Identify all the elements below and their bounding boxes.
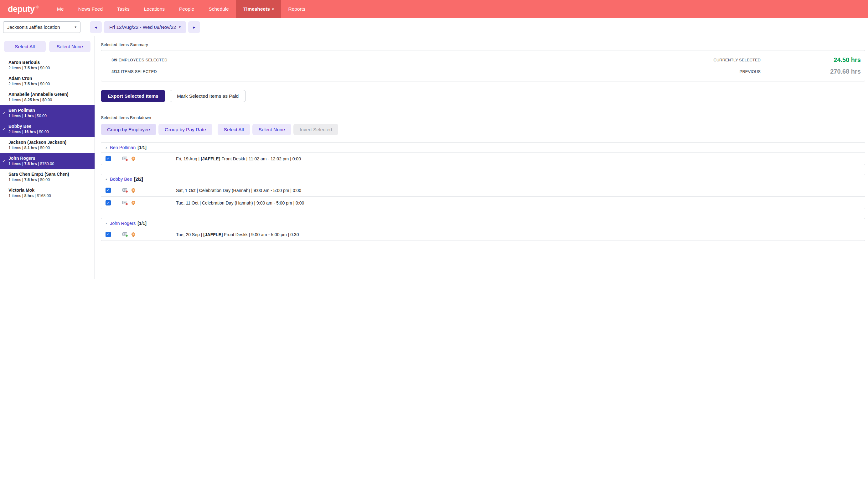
check-icon: ✓	[2, 111, 6, 115]
deputy-wordmark: deputy	[8, 4, 35, 14]
employee-summary: 2 items | 16 hrs | $0.00	[8, 130, 91, 134]
employee-name: Bobby Bee	[8, 124, 91, 129]
breakdown-select-all-button[interactable]: Select All	[218, 124, 250, 135]
location-selector[interactable]: Jackson's Jaffles location ▾	[3, 21, 81, 33]
employee-name: Jackson (Jackson Jackson)	[8, 140, 91, 145]
group-count: [2/2]	[134, 177, 143, 182]
breakdown-groups: ▴ Ben Pollman [1/1] ✓	[101, 142, 865, 241]
collapse-icon[interactable]: ▴	[106, 146, 107, 149]
timesheet-row: ✓ Fri, 19 Aug | [JAFFLE] F	[101, 152, 865, 165]
top-navbar: deputy ✱ Me News Feed Tasks Locations Pe…	[0, 0, 868, 18]
timesheet-group-john-rogers: ▴ John Rogers [1/1] ✓	[101, 218, 865, 241]
mark-selected-items-paid-button[interactable]: Mark Selected Items as Paid	[170, 90, 246, 102]
employee-row-annabelle-green[interactable]: ✓ Annabelle (Annabelle Green) 1 items | …	[0, 89, 94, 105]
paid-stamp-icon	[131, 200, 136, 206]
previous-label: PREVIOUS	[740, 69, 761, 74]
invert-selected-button[interactable]: Invert Selected	[293, 124, 338, 135]
employee-row-bobby-bee[interactable]: ✓ Bobby Bee 2 items | 16 hrs | $0.00	[0, 121, 94, 137]
timesheet-status-icons	[123, 188, 136, 193]
timesheet-row: ✓ Sat, 1 Oct | Celebration	[101, 184, 865, 196]
nav-item-timesheets[interactable]: Timesheets ▾	[236, 0, 281, 18]
employee-row-adam-cron[interactable]: ✓ Adam Cron 2 items | 7.5 hrs | $0.00	[0, 73, 94, 89]
timesheet-row: ✓ Tue, 11 Oct | Celebratio	[101, 196, 865, 209]
employees-selected-count: 3/9EMPLOYEES SELECTED	[111, 58, 714, 62]
paid-stamp-icon	[131, 156, 136, 161]
timesheet-description: Fri, 19 Aug | [JAFFLE] Front Deskk | 11:…	[176, 156, 301, 161]
filters-toolbar: Jackson's Jaffles location ▾ ◂ Fri 12/Au…	[0, 18, 868, 36]
employee-summary: 1 items | 8.25 hrs | $0.00	[8, 98, 91, 102]
employee-row-aaron-berlouis[interactable]: ✓ Aaron Berlouis 2 items | 7.5 hrs | $0.…	[0, 57, 94, 73]
previous-hours: 270.68 hrs	[804, 68, 861, 75]
nav-item-news-feed[interactable]: News Feed	[71, 0, 110, 18]
check-icon: ✓	[2, 159, 6, 164]
money-export-icon	[123, 232, 128, 237]
breakdown-select-none-button[interactable]: Select None	[252, 124, 291, 135]
group-by-pay-rate-button[interactable]: Group by Pay Rate	[158, 124, 212, 135]
nav-item-schedule[interactable]: Schedule	[201, 0, 236, 18]
employee-row-victoria-mok[interactable]: ✓ Victoria Mok 1 items | 8 hrs | $168.00	[0, 185, 94, 201]
timesheet-checkbox[interactable]: ✓	[106, 200, 111, 206]
previous-period-button[interactable]: ◂	[90, 21, 102, 33]
timesheet-group-ben-pollman: ▴ Ben Pollman [1/1] ✓	[101, 142, 865, 165]
employee-name: Sara Chen Emp1 (Sara Chen)	[8, 172, 91, 177]
employee-name: Aaron Berlouis	[8, 60, 91, 65]
deputy-logo[interactable]: deputy ✱	[0, 0, 50, 18]
employee-name: Annabelle (Annabelle Green)	[8, 92, 91, 97]
employee-summary: 2 items | 7.5 hrs | $0.00	[8, 82, 91, 86]
money-export-icon	[123, 188, 128, 193]
currently-selected-hours: 24.50 hrs	[804, 57, 861, 64]
paid-stamp-icon	[131, 188, 136, 193]
employee-summary: 1 items | 8.1 hrs | $0.00	[8, 146, 91, 150]
next-period-button[interactable]: ▸	[188, 21, 200, 33]
collapse-icon[interactable]: ▴	[106, 221, 107, 225]
employee-summary: 1 items | 8 hrs | $168.00	[8, 194, 91, 198]
timesheet-checkbox[interactable]: ✓	[106, 156, 111, 161]
export-selected-items-button[interactable]: Export Selected Items	[101, 90, 165, 102]
timesheet-checkbox[interactable]: ✓	[106, 232, 111, 237]
sidebar-select-all-button[interactable]: Select All	[4, 41, 46, 52]
nav-menu: Me News Feed Tasks Locations People Sche…	[50, 0, 312, 18]
employee-sidebar: Select All Select None ✓ Aaron Berlouis …	[0, 36, 95, 279]
group-employee-link[interactable]: Bobby Bee	[110, 177, 132, 182]
employee-summary: 1 items | 1 hrs | $0.00	[8, 114, 91, 118]
deputy-spark-icon: ✱	[36, 4, 40, 10]
summary-title: Selected Items Summary	[101, 42, 865, 47]
employee-row-ben-pollman[interactable]: ✓ Ben Pollman 1 items | 1 hrs | $0.00	[0, 105, 94, 121]
employee-row-john-rogers[interactable]: ✓ John Rogers 1 items | 7.5 hrs | $750.0…	[0, 153, 94, 169]
employee-row-jackson-jackson[interactable]: ✓ Jackson (Jackson Jackson) 1 items | 8.…	[0, 137, 94, 153]
nav-item-reports[interactable]: Reports	[281, 0, 312, 18]
timesheet-status-icons	[123, 200, 136, 206]
group-count: [1/1]	[137, 145, 147, 150]
employee-summary: 2 items | 7.5 hrs | $0.00	[8, 66, 91, 70]
nav-item-me[interactable]: Me	[50, 0, 71, 18]
timesheet-checkbox[interactable]: ✓	[106, 188, 111, 193]
group-by-employee-button[interactable]: Group by Employee	[101, 124, 156, 135]
date-range-button[interactable]: Fri 12/Aug/22 - Wed 09/Nov/22 ▾	[104, 21, 186, 33]
nav-item-locations[interactable]: Locations	[137, 0, 172, 18]
selected-items-summary-box: 3/9EMPLOYEES SELECTED CURRENTLY SELECTED…	[101, 50, 865, 82]
group-count: [1/1]	[137, 221, 147, 226]
items-selected-count: 4/12ITEMS SELECTED	[111, 69, 740, 74]
employee-summary: 1 items | 7.5 hrs | $0.00	[8, 177, 91, 182]
chevron-right-icon: ▸	[193, 24, 195, 30]
employee-list: ✓ Aaron Berlouis 2 items | 7.5 hrs | $0.…	[0, 57, 94, 201]
employee-row-sara-chen[interactable]: ✓ Sara Chen Emp1 (Sara Chen) 1 items | 7…	[0, 169, 94, 185]
currently-selected-label: CURRENTLY SELECTED	[714, 58, 761, 62]
chevron-left-icon: ◂	[94, 24, 97, 30]
collapse-icon[interactable]: ▴	[106, 177, 107, 181]
timesheet-status-icons	[123, 156, 136, 161]
timesheet-group-bobby-bee: ▴ Bobby Bee [2/2] ✓	[101, 174, 865, 209]
nav-item-people[interactable]: People	[172, 0, 201, 18]
chevron-down-icon: ▾	[179, 25, 181, 29]
chevron-down-icon: ▾	[74, 25, 76, 29]
timesheet-row: ✓ Tue, 20 Sep | [JAFFLE] F	[101, 228, 865, 240]
timesheet-status-icons	[123, 232, 136, 237]
group-employee-link[interactable]: Ben Pollman	[110, 145, 136, 150]
sidebar-select-none-button[interactable]: Select None	[49, 41, 91, 52]
nav-item-tasks[interactable]: Tasks	[110, 0, 137, 18]
money-export-icon	[123, 156, 128, 161]
group-employee-link[interactable]: John Rogers	[110, 221, 136, 226]
timesheet-description: Tue, 11 Oct | Celebration Day (Hannah) |…	[176, 200, 304, 206]
location-selector-value: Jackson's Jaffles location	[7, 24, 74, 30]
employee-name: Adam Cron	[8, 76, 91, 81]
